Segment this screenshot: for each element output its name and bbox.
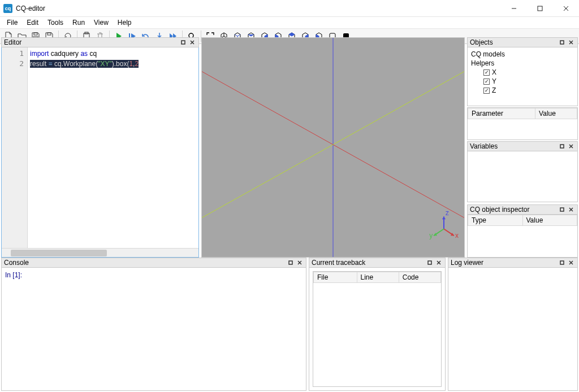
console-panel-header[interactable]: Console: [1, 258, 306, 268]
svg-rect-36: [560, 208, 564, 211]
editor-code-area[interactable]: import cadquery as cq result = cq.Workpl…: [28, 47, 141, 248]
col-code[interactable]: Code: [399, 272, 440, 283]
svg-rect-6: [47, 33, 51, 35]
log-panel-title: Log viewer: [451, 259, 483, 267]
console-panel-title: Console: [4, 259, 29, 267]
float-icon[interactable]: [558, 259, 566, 267]
tree-item-helpers[interactable]: Helpers: [471, 59, 574, 68]
col-line[interactable]: Line: [357, 272, 399, 283]
variables-panel-header[interactable]: Variables: [467, 141, 578, 151]
editor-panel-header[interactable]: Editor: [1, 37, 199, 47]
log-body[interactable]: [448, 268, 578, 391]
checkbox-icon[interactable]: ✓: [483, 79, 490, 85]
traceback-panel-title: Current traceback: [312, 259, 365, 267]
svg-text:x: x: [455, 232, 459, 239]
traceback-panel-header[interactable]: Current traceback: [309, 258, 446, 268]
log-panel: Log viewer: [448, 258, 578, 391]
close-icon[interactable]: [567, 142, 575, 150]
inspector-panel-header[interactable]: CQ object inspector: [467, 204, 578, 215]
window-title: CQ-editor: [16, 5, 501, 12]
parameter-panel: ParameterValue: [467, 107, 578, 140]
editor-panel-title: Editor: [4, 38, 21, 46]
traceback-body[interactable]: File Line Code: [309, 268, 446, 391]
inspector-body[interactable]: Type Value: [467, 215, 578, 258]
close-icon[interactable]: [296, 259, 304, 267]
objects-tree[interactable]: CQ models Helpers ✓X ✓Y ✓Z: [467, 47, 578, 106]
svg-text:y: y: [429, 232, 433, 239]
svg-rect-45: [560, 261, 564, 264]
svg-rect-30: [560, 41, 564, 44]
checkbox-icon[interactable]: ✓: [483, 69, 490, 76]
tree-item-x[interactable]: ✓X: [471, 68, 574, 77]
viewport-3d[interactable]: z x y: [201, 37, 465, 258]
editor-scrollbar[interactable]: [2, 248, 198, 257]
float-icon[interactable]: [558, 38, 566, 46]
editor-gutter: 1 2: [2, 47, 28, 248]
log-panel-header[interactable]: Log viewer: [448, 258, 578, 268]
variables-panel-title: Variables: [470, 142, 498, 150]
editor-body[interactable]: 1 2 import cadquery as cq result = cq.Wo…: [1, 47, 199, 258]
menubar: File Edit Tools Run View Help: [0, 17, 579, 28]
close-icon[interactable]: [567, 259, 575, 267]
close-button[interactable]: [553, 0, 579, 17]
col-value[interactable]: Value: [522, 215, 577, 226]
menu-file[interactable]: File: [2, 18, 22, 28]
menu-help[interactable]: Help: [113, 18, 136, 28]
menu-edit[interactable]: Edit: [22, 18, 43, 28]
console-prompt: In [1]:: [5, 271, 22, 279]
float-icon[interactable]: [558, 142, 566, 150]
svg-rect-33: [560, 145, 564, 148]
float-icon[interactable]: [426, 259, 434, 267]
line-number: 1: [2, 49, 27, 59]
variables-panel: Variables: [467, 141, 578, 202]
col-file[interactable]: File: [314, 272, 357, 283]
close-icon[interactable]: [567, 206, 575, 214]
minimize-button[interactable]: [501, 0, 527, 17]
inspector-panel: CQ object inspector Type Value: [467, 204, 578, 258]
inspector-panel-title: CQ object inspector: [470, 206, 529, 214]
menu-tools[interactable]: Tools: [43, 18, 68, 28]
svg-rect-42: [428, 261, 431, 264]
close-icon[interactable]: [567, 38, 575, 46]
tree-item-cqmodels[interactable]: CQ models: [471, 50, 574, 59]
objects-panel: Objects CQ models Helpers ✓X ✓Y ✓Z: [467, 37, 578, 106]
variables-body[interactable]: [467, 151, 578, 202]
parameter-grid[interactable]: ParameterValue: [467, 107, 578, 140]
tree-item-y[interactable]: ✓Y: [471, 77, 574, 86]
float-icon[interactable]: [287, 259, 295, 267]
checkbox-icon[interactable]: ✓: [483, 88, 490, 94]
col-type[interactable]: Type: [468, 215, 523, 226]
viewport-panel: z x y: [201, 37, 465, 258]
maximize-button[interactable]: [527, 0, 553, 17]
svg-rect-4: [34, 33, 37, 35]
close-icon[interactable]: [435, 259, 443, 267]
svg-rect-39: [289, 261, 292, 264]
traceback-panel: Current traceback File Line Code: [309, 258, 446, 391]
svg-rect-1: [538, 6, 542, 11]
editor-panel: Editor 1 2 import cadquery as cq result …: [1, 37, 199, 258]
float-icon[interactable]: [558, 206, 566, 214]
line-number: 2: [2, 59, 27, 69]
objects-panel-title: Objects: [470, 38, 493, 46]
svg-rect-15: [182, 41, 185, 44]
console-body[interactable]: In [1]:: [1, 268, 306, 391]
objects-panel-header[interactable]: Objects: [467, 37, 578, 47]
float-icon[interactable]: [179, 38, 187, 46]
col-parameter[interactable]: Parameter: [468, 108, 535, 119]
titlebar: cq CQ-editor: [0, 0, 579, 17]
tree-item-z[interactable]: ✓Z: [471, 86, 574, 95]
app-icon: cq: [3, 4, 12, 13]
console-panel: Console In [1]:: [1, 258, 306, 391]
menu-run[interactable]: Run: [68, 18, 89, 28]
close-icon[interactable]: [188, 38, 196, 46]
svg-text:z: z: [446, 209, 449, 217]
menu-view[interactable]: View: [89, 18, 113, 28]
col-value[interactable]: Value: [535, 108, 577, 119]
